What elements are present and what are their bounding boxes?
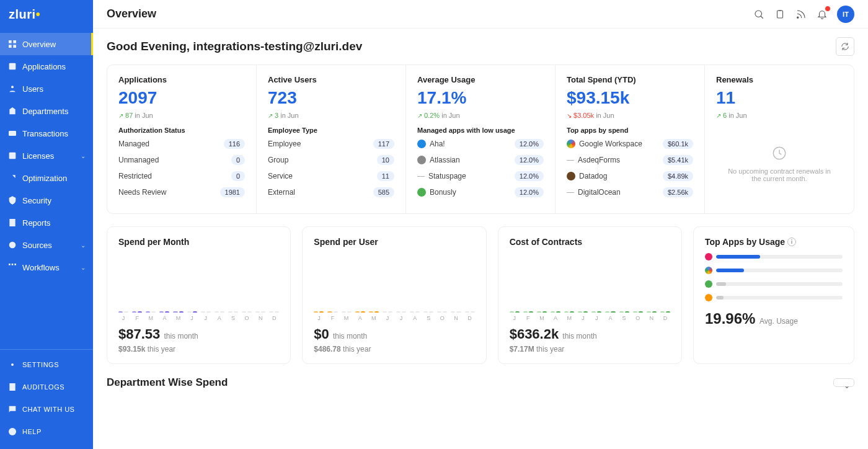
sidebar-item-licenses[interactable]: Licenses⌄ — [0, 144, 93, 167]
bar-slot: A — [551, 311, 560, 321]
sidebar-item-overview[interactable]: Overview — [0, 33, 93, 55]
app-icon — [417, 156, 426, 164]
metric-row[interactable]: Restricted0 — [118, 171, 245, 181]
sidebar-footer-settings[interactable]: SETTINGS — [0, 353, 93, 376]
bar-label: D — [467, 315, 472, 321]
sidebar-item-security[interactable]: Security — [0, 189, 93, 211]
metric-row[interactable]: External585 — [268, 187, 394, 197]
sidebar-item-departments[interactable]: Departments — [0, 100, 93, 122]
svg-rect-2 — [9, 45, 12, 48]
rss-icon[interactable] — [795, 8, 807, 20]
svg-rect-7 — [9, 153, 16, 159]
sidebar-item-sources[interactable]: Sources⌄ — [0, 234, 93, 256]
logo: zluri• — [0, 0, 93, 33]
usage-row[interactable] — [705, 280, 843, 288]
nav-footer: SETTINGSAUDITLOGSCHAT WITH USHELP — [0, 353, 93, 449]
svg-rect-3 — [13, 45, 16, 48]
bar-label: S — [231, 315, 235, 321]
metric-row[interactable]: Unmanaged0 — [118, 155, 245, 165]
metric-row-label: Atlassian — [430, 156, 460, 164]
bar-slot: N — [647, 311, 657, 321]
bell-icon[interactable] — [816, 8, 828, 20]
usage-row[interactable] — [705, 267, 843, 274]
chevron-down-icon: ⌄ — [81, 242, 86, 249]
sidebar-item-workflows[interactable]: Workflows⌄ — [0, 256, 93, 278]
metric-row[interactable]: Group10 — [268, 155, 394, 165]
dept-spend-header: Department Wise Spend — [107, 376, 854, 389]
sidebar-item-transactions[interactable]: Transactions — [0, 122, 93, 144]
clipboard-icon[interactable] — [774, 8, 786, 20]
metric-row[interactable]: Employee117 — [268, 139, 394, 149]
metric-row[interactable]: Service11 — [268, 171, 394, 181]
search-icon[interactable] — [753, 8, 765, 20]
bar-slot: A — [215, 311, 224, 321]
avatar[interactable]: IT — [837, 6, 854, 23]
sidebar-item-label: Workflows — [22, 263, 60, 272]
sidebar-footer-help[interactable]: HELP — [0, 420, 93, 443]
bar-label: M — [344, 315, 349, 321]
metric-row[interactable]: Google Workspace$60.1k — [567, 139, 693, 149]
sidebar-item-users[interactable]: Users — [0, 78, 93, 100]
bar-label: O — [245, 315, 249, 321]
refresh-button[interactable] — [836, 37, 854, 56]
metric-row[interactable]: —Statuspage12.0% — [417, 171, 544, 181]
svg-rect-4 — [9, 63, 16, 70]
usage-track — [716, 269, 843, 272]
app-icon — [417, 140, 426, 148]
usage-row[interactable] — [705, 294, 843, 301]
security-icon — [7, 195, 17, 205]
bar-slot: D — [660, 311, 670, 321]
users-icon — [7, 84, 17, 94]
bar-label: M — [371, 315, 376, 321]
sidebar-item-reports[interactable]: Reports — [0, 211, 93, 234]
metric-row[interactable]: Needs Review1981 — [118, 187, 245, 197]
bar-slot: S — [423, 311, 433, 321]
bar-label: J — [400, 315, 403, 321]
metric-row[interactable]: Datadog$4.89k — [567, 171, 693, 181]
metric-row[interactable]: Managed116 — [118, 139, 245, 149]
sidebar-item-optimization[interactable]: Optimization — [0, 167, 93, 189]
metric-row-value: 116 — [224, 139, 245, 149]
metric-row-label: Google Workspace — [579, 140, 642, 148]
dept-dropdown[interactable] — [833, 378, 854, 387]
bar-label: F — [331, 315, 335, 321]
svg-point-16 — [755, 11, 762, 17]
bar-label: A — [608, 315, 612, 321]
sidebar-footer-auditlogs[interactable]: AUDITLOGS — [0, 376, 93, 398]
app-icon — [705, 280, 712, 288]
metric-row[interactable]: Bonusly12.0% — [417, 187, 544, 197]
usage-track — [716, 282, 843, 286]
metric-row[interactable]: —AsdeqForms$5.41k — [567, 155, 693, 165]
sidebar-item-label: Overview — [22, 40, 56, 49]
charts-row: Spend per MonthJFMAMJJASOND$87.53 this m… — [107, 226, 854, 364]
bar-slot: S — [619, 311, 629, 321]
app-icon — [567, 140, 575, 148]
metric-row-value: 0 — [231, 171, 245, 181]
bar-slot: J — [396, 311, 406, 321]
bar-label: S — [427, 315, 430, 321]
chart-big: $0 this month — [314, 326, 474, 342]
metric-users: Active Users723↗ 3 in JunEmployee TypeEm… — [257, 65, 406, 213]
metric-section-title: Authorization Status — [118, 127, 245, 134]
svg-point-18 — [797, 17, 799, 18]
info-icon[interactable]: i — [787, 238, 796, 246]
sidebar-footer-chat-with-us[interactable]: CHAT WITH US — [0, 398, 93, 420]
metric-row-label: Managed — [118, 140, 149, 148]
bar-slot: M — [146, 311, 156, 321]
footer-icon — [7, 404, 17, 414]
bar-slot: M — [564, 311, 574, 321]
metric-row[interactable]: —DigitalOcean$2.56k — [567, 187, 693, 197]
bar-slot: A — [159, 311, 169, 321]
usage-list — [705, 253, 843, 301]
metric-row-label: Employee — [268, 140, 301, 148]
usage-row[interactable] — [705, 253, 843, 260]
transactions-icon — [7, 128, 17, 138]
chart-title: Spend per User — [314, 237, 474, 247]
sidebar-item-applications[interactable]: Applications — [0, 55, 93, 78]
content: Good Evening, integrations-testing@zluri… — [93, 29, 868, 449]
bar-slot: N — [451, 311, 461, 321]
metric-row[interactable]: Atlassian12.0% — [417, 155, 544, 165]
footer-icon — [7, 382, 17, 392]
metric-row[interactable]: Aha!12.0% — [417, 139, 544, 149]
bar-slot: M — [537, 311, 547, 321]
